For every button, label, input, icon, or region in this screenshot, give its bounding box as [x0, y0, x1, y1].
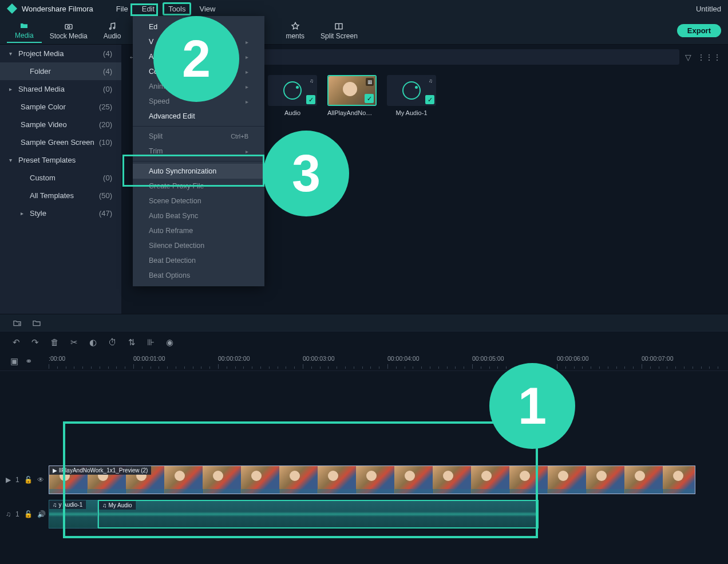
grid-view-icon[interactable]: ⋮⋮⋮: [697, 53, 721, 62]
tab-label: Media: [15, 31, 34, 40]
media-thumb-video[interactable]: ▦✓ AllPlayAndNoW…: [327, 75, 377, 116]
ruler-scale[interactable]: :00:0000:00:01:0000:00:02:0000:00:03:000…: [49, 353, 728, 371]
tab-split-screen[interactable]: Split Screen: [312, 19, 366, 42]
timeline-toolbar: ↶ ↷ 🗑 ✂ ◐ ⏱ ⇅ ⊪ ◉: [0, 331, 728, 353]
thumb-label: AllPlayAndNoW…: [327, 109, 377, 116]
callout-3: 3: [263, 131, 349, 216]
dropdown-item[interactable]: Advanced Edit: [133, 109, 264, 124]
callout-1: 1: [489, 363, 575, 449]
thumb-label: Audio: [284, 109, 300, 116]
speaker-icon[interactable]: 🔊: [37, 510, 46, 518]
record-icon[interactable]: ◉: [166, 337, 173, 348]
dropdown-item: Beat Detection: [133, 253, 264, 268]
tab-audio[interactable]: Audio: [96, 19, 129, 42]
dropdown-item: Silence Detection: [133, 238, 264, 253]
menu-file[interactable]: File: [110, 2, 134, 15]
sidebar-item-folder[interactable]: Folder(4): [0, 62, 121, 80]
svg-point-2: [109, 27, 111, 29]
music-icon: ♫: [53, 502, 57, 508]
redo-icon[interactable]: ↷: [31, 337, 39, 348]
sidebar-item-shared-media[interactable]: ▸Shared Media(0): [0, 80, 121, 98]
adjust-icon[interactable]: ⇅: [128, 337, 136, 348]
sidebar-item-sample-video[interactable]: Sample Video(20): [0, 116, 121, 133]
sidebar-item-sample-green-screen[interactable]: Sample Green Screen(10): [0, 133, 121, 151]
tab-elements[interactable]: ments: [278, 19, 312, 42]
menu-tools[interactable]: Tools: [163, 2, 191, 15]
dropdown-item: Scene Detection: [133, 194, 264, 208]
app-logo-icon: [7, 3, 17, 14]
audio-clip-1[interactable]: ♫y Audio-1: [49, 500, 98, 528]
audio-mixer-icon[interactable]: ⊪: [147, 337, 155, 348]
check-icon: ✓: [365, 94, 374, 103]
crop-icon[interactable]: ◐: [89, 337, 97, 348]
layers-icon[interactable]: ▣: [10, 356, 18, 366]
eye-icon[interactable]: 👁: [37, 476, 44, 484]
tab-stock-media[interactable]: Stock Media: [42, 19, 96, 42]
media-thumb-audio-1[interactable]: ♫✓ My Audio-1: [387, 75, 436, 116]
app-name: Wondershare Filmora: [22, 5, 93, 13]
filter-icon[interactable]: ▽: [685, 53, 691, 62]
tab-label: Audio: [104, 32, 121, 40]
new-folder-icon[interactable]: [13, 318, 22, 328]
sidebar-item-all-templates[interactable]: All Templates(50): [0, 187, 121, 204]
menu-edit[interactable]: Edit: [136, 2, 160, 15]
menu-view[interactable]: View: [193, 2, 221, 15]
svg-point-1: [68, 25, 70, 27]
check-icon: ✓: [425, 95, 434, 104]
callout-2: 2: [153, 16, 239, 102]
video-track-icon: ▶: [6, 476, 11, 484]
video-badge-icon: ▦: [366, 78, 374, 86]
dropdown-item: Trim▸: [133, 144, 264, 159]
dropdown-item: SplitCtrl+B: [133, 129, 264, 144]
delete-icon[interactable]: 🗑: [50, 337, 59, 347]
undo-icon[interactable]: ↶: [13, 337, 20, 348]
sidebar-item-project-media[interactable]: ▾Project Media(4): [0, 45, 121, 62]
tab-label: Split Screen: [321, 32, 358, 40]
dropdown-item: Beat Options: [133, 268, 264, 283]
sidebar-footer: [0, 314, 728, 331]
cut-icon[interactable]: ✂: [70, 337, 78, 348]
video-clip[interactable]: ▶llPlayAndNoWork_1x1_Preview (2): [49, 466, 695, 494]
track-num: 1: [15, 476, 19, 484]
sidebar-item-preset-templates[interactable]: ▾Preset Templates: [0, 151, 121, 169]
module-tabs: Media Stock Media Audio ments Split Scre…: [0, 17, 728, 45]
thumb-label: My Audio-1: [395, 109, 427, 116]
tab-media[interactable]: Media: [7, 19, 42, 43]
clip-label: y Audio-1: [59, 502, 83, 508]
tab-label: ments: [286, 32, 304, 40]
media-sidebar: ▾Project Media(4) Folder(4) ▸Shared Medi…: [0, 45, 121, 314]
dropdown-item: Create Proxy File: [133, 179, 264, 194]
check-icon: ✓: [306, 95, 315, 104]
folder-icon[interactable]: [32, 318, 41, 328]
lock-icon[interactable]: 🔓: [24, 476, 33, 484]
document-title: Untitled: [696, 5, 721, 13]
music-badge-icon: ♫: [307, 77, 315, 85]
dropdown-item: Auto Beat Sync: [133, 208, 264, 223]
media-thumb-audio[interactable]: ♫✓ Audio: [268, 75, 317, 116]
link-icon[interactable]: ⚭: [25, 356, 33, 366]
music-icon: [107, 22, 117, 31]
clip-label: My Audio: [109, 502, 132, 508]
lock-icon[interactable]: 🔓: [24, 510, 33, 518]
audio-clip-2[interactable]: ♫My Audio: [98, 500, 539, 528]
svg-point-3: [113, 27, 115, 29]
folder-icon: [19, 21, 29, 30]
dropdown-item[interactable]: Auto Synchronization: [133, 164, 264, 179]
sidebar-item-style[interactable]: ▸Style(47): [0, 204, 121, 222]
split-screen-icon: [334, 22, 344, 31]
clip-label: llPlayAndNoWork_1x1_Preview (2): [59, 467, 148, 474]
tab-label: Stock Media: [50, 32, 88, 40]
timeline: ▶ 1 🔓 👁 ▶llPlayAndNoWork_1x1_Preview (2)…: [0, 371, 728, 564]
video-track-1: ▶ 1 🔓 👁 ▶llPlayAndNoWork_1x1_Preview (2): [0, 463, 728, 497]
camera-icon: [64, 22, 74, 31]
speed-icon[interactable]: ⏱: [108, 337, 117, 347]
audio-track-1: ♫ 1 🔓 🔊 ♫y Audio-1 ♫My Audio: [0, 497, 728, 531]
export-button[interactable]: Export: [677, 24, 721, 37]
sidebar-item-custom[interactable]: Custom(0): [0, 169, 121, 187]
menubar: File Edit Tools View: [110, 2, 221, 15]
music-icon: ♫: [102, 502, 107, 508]
music-badge-icon: ♫: [426, 77, 434, 85]
sidebar-item-sample-color[interactable]: Sample Color(25): [0, 98, 121, 116]
audio-track-icon: ♫: [6, 510, 11, 518]
timeline-ruler: ▣ ⚭ :00:0000:00:01:0000:00:02:0000:00:03…: [0, 353, 728, 371]
